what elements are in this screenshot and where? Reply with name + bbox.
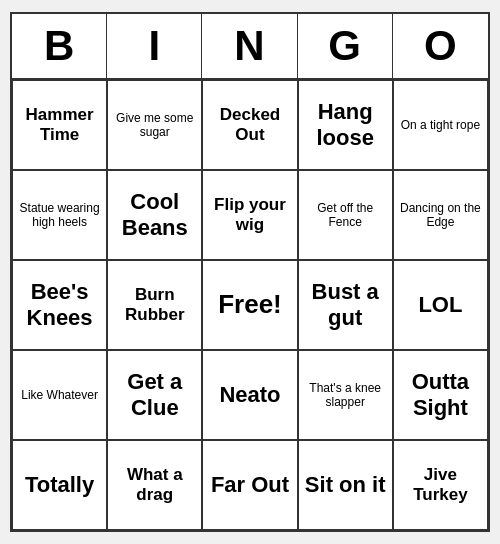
cell-text-23: Sit on it	[305, 472, 386, 498]
cell-text-20: Totally	[25, 472, 94, 498]
header-letter-o: O	[393, 14, 488, 78]
header-letter-g: G	[298, 14, 393, 78]
bingo-cell-16: Get a Clue	[107, 350, 202, 440]
bingo-cell-1: Give me some sugar	[107, 80, 202, 170]
cell-text-9: Dancing on the Edge	[398, 201, 483, 230]
bingo-cell-3: Hang loose	[298, 80, 393, 170]
bingo-cell-2: Decked Out	[202, 80, 297, 170]
header-letter-n: N	[202, 14, 297, 78]
cell-text-10: Bee's Knees	[17, 279, 102, 332]
cell-text-0: Hammer Time	[17, 105, 102, 146]
bingo-cell-7: Flip your wig	[202, 170, 297, 260]
bingo-card: BINGO Hammer TimeGive me some sugarDecke…	[10, 12, 490, 532]
cell-text-18: That's a knee slapper	[303, 381, 388, 410]
cell-text-21: What a drag	[112, 465, 197, 506]
bingo-cell-21: What a drag	[107, 440, 202, 530]
cell-text-8: Get off the Fence	[303, 201, 388, 230]
bingo-cell-9: Dancing on the Edge	[393, 170, 488, 260]
cell-text-16: Get a Clue	[112, 369, 197, 422]
cell-text-15: Like Whatever	[21, 388, 98, 402]
bingo-cell-19: Outta Sight	[393, 350, 488, 440]
cell-text-4: On a tight rope	[401, 118, 480, 132]
cell-text-6: Cool Beans	[112, 189, 197, 242]
bingo-cell-23: Sit on it	[298, 440, 393, 530]
cell-text-7: Flip your wig	[207, 195, 292, 236]
cell-text-14: LOL	[418, 292, 462, 318]
bingo-cell-18: That's a knee slapper	[298, 350, 393, 440]
bingo-cell-12: Free!	[202, 260, 297, 350]
bingo-cell-14: LOL	[393, 260, 488, 350]
bingo-cell-6: Cool Beans	[107, 170, 202, 260]
cell-text-2: Decked Out	[207, 105, 292, 146]
bingo-cell-4: On a tight rope	[393, 80, 488, 170]
bingo-cell-17: Neato	[202, 350, 297, 440]
cell-text-12: Free!	[218, 289, 282, 320]
cell-text-17: Neato	[219, 382, 280, 408]
header-letter-i: I	[107, 14, 202, 78]
bingo-header: BINGO	[12, 14, 488, 80]
bingo-cell-10: Bee's Knees	[12, 260, 107, 350]
bingo-cell-8: Get off the Fence	[298, 170, 393, 260]
bingo-cell-13: Bust a gut	[298, 260, 393, 350]
cell-text-13: Bust a gut	[303, 279, 388, 332]
bingo-cell-11: Burn Rubber	[107, 260, 202, 350]
cell-text-22: Far Out	[211, 472, 289, 498]
bingo-cell-24: Jive Turkey	[393, 440, 488, 530]
bingo-cell-20: Totally	[12, 440, 107, 530]
bingo-cell-0: Hammer Time	[12, 80, 107, 170]
cell-text-24: Jive Turkey	[398, 465, 483, 506]
cell-text-1: Give me some sugar	[112, 111, 197, 140]
bingo-grid: Hammer TimeGive me some sugarDecked OutH…	[12, 80, 488, 530]
cell-text-3: Hang loose	[303, 99, 388, 152]
bingo-cell-5: Statue wearing high heels	[12, 170, 107, 260]
cell-text-19: Outta Sight	[398, 369, 483, 422]
cell-text-11: Burn Rubber	[112, 285, 197, 326]
header-letter-b: B	[12, 14, 107, 78]
bingo-cell-22: Far Out	[202, 440, 297, 530]
bingo-cell-15: Like Whatever	[12, 350, 107, 440]
cell-text-5: Statue wearing high heels	[17, 201, 102, 230]
